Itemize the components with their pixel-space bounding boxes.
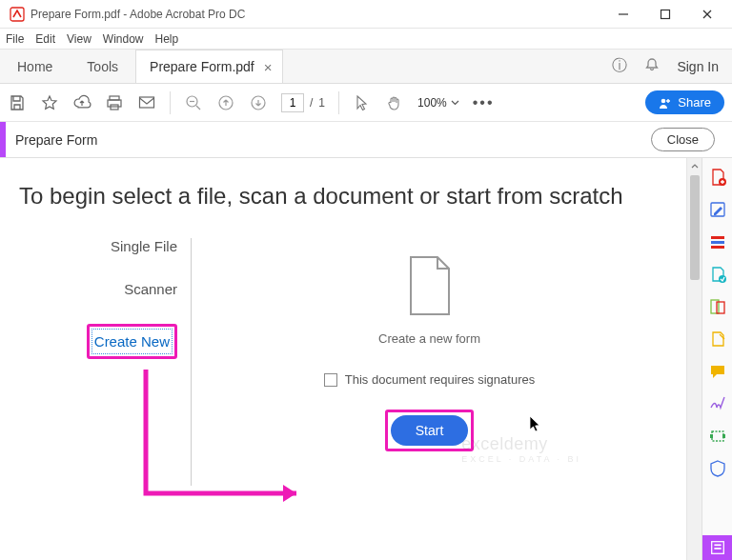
cloud-upload-icon[interactable] — [72, 93, 92, 112]
scroll-thumb[interactable] — [690, 175, 700, 280]
preview-caption: Create a new form — [378, 331, 480, 346]
more-tools-icon[interactable]: ••• — [473, 94, 495, 111]
option-scanner[interactable]: Scanner — [19, 281, 177, 297]
star-icon[interactable] — [40, 93, 59, 112]
context-bar: Prepare Form Close — [0, 122, 732, 158]
hand-tool-icon[interactable] — [385, 93, 404, 112]
svg-rect-17 — [711, 236, 724, 239]
menu-bar: File Edit View Window Help — [0, 29, 732, 50]
menu-file[interactable]: File — [6, 32, 24, 46]
signatures-row[interactable]: This document requires signatures — [324, 372, 535, 387]
protect-tool-icon[interactable] — [708, 330, 727, 349]
page-up-icon[interactable] — [216, 93, 235, 112]
page-current-input[interactable] — [281, 93, 304, 112]
svg-rect-23 — [712, 431, 723, 441]
window-title: Prepare Form.pdf - Adobe Acrobat Pro DC — [30, 8, 602, 21]
share-label: Share — [678, 95, 711, 110]
window-minimize-button[interactable] — [602, 0, 644, 29]
page-separator: / — [310, 96, 313, 110]
tab-tools[interactable]: Tools — [70, 50, 135, 83]
share-person-icon — [659, 96, 672, 110]
svg-rect-28 — [714, 548, 721, 550]
close-button[interactable]: Close — [651, 128, 715, 151]
svg-line-10 — [196, 106, 200, 110]
organize-tool-icon[interactable] — [708, 265, 727, 284]
help-icon[interactable]: ⓘ — [612, 56, 627, 76]
document-icon — [405, 255, 455, 316]
sign-in-link[interactable]: Sign In — [677, 59, 719, 74]
mouse-cursor-icon — [529, 415, 542, 432]
vertical-scrollbar[interactable] — [686, 158, 702, 560]
window-close-button[interactable] — [686, 0, 728, 29]
svg-rect-19 — [711, 246, 724, 249]
menu-view[interactable]: View — [67, 32, 92, 46]
svg-rect-18 — [711, 241, 724, 244]
option-single-file[interactable]: Single File — [19, 238, 177, 254]
option-create-new[interactable]: Create New — [92, 329, 173, 354]
toolbar: / 1 100% ••• Share — [0, 84, 732, 122]
edit-pdf-tool-icon[interactable] — [708, 200, 727, 219]
comment-tool-icon[interactable] — [708, 362, 727, 381]
scroll-up-icon[interactable] — [687, 158, 702, 173]
zoom-value: 100% — [417, 96, 447, 110]
notifications-icon[interactable] — [644, 57, 660, 75]
tab-home[interactable]: Home — [0, 50, 70, 83]
zoom-out-icon[interactable] — [184, 93, 203, 112]
combine-tool-icon[interactable] — [708, 297, 727, 316]
page-total: 1 — [318, 96, 325, 110]
chevron-down-icon — [451, 100, 459, 106]
mail-icon[interactable] — [137, 93, 156, 112]
title-bar: Prepare Form.pdf - Adobe Acrobat Pro DC — [0, 0, 732, 29]
share-button[interactable]: Share — [645, 90, 724, 114]
highlight-start: Start — [385, 410, 475, 451]
print-icon[interactable] — [105, 93, 124, 112]
svg-rect-25 — [722, 434, 725, 438]
menu-edit[interactable]: Edit — [35, 32, 55, 46]
tab-close-icon[interactable]: × — [264, 59, 273, 75]
acrobat-app-icon — [10, 7, 25, 22]
source-options: Single File Scanner Create New — [19, 238, 191, 486]
svg-rect-24 — [710, 434, 713, 438]
start-button[interactable]: Start — [391, 415, 469, 446]
save-icon[interactable] — [8, 93, 27, 112]
page-count: / 1 — [281, 93, 325, 112]
svg-rect-2 — [661, 10, 670, 18]
sign-tool-icon[interactable] — [708, 394, 727, 413]
tab-document[interactable]: Prepare Form.pdf × — [135, 50, 282, 83]
create-pdf-tool-icon[interactable] — [708, 168, 727, 187]
svg-point-14 — [661, 98, 666, 103]
separator — [170, 91, 171, 114]
separator — [338, 91, 339, 114]
signatures-checkbox[interactable] — [324, 373, 337, 387]
content-area: To begin select a file, scan a document … — [0, 158, 732, 560]
main-area: To begin select a file, scan a document … — [0, 158, 686, 560]
prepare-form-tool-selected[interactable] — [702, 535, 733, 560]
signatures-label: This document requires signatures — [345, 372, 535, 387]
page-down-icon[interactable] — [249, 93, 268, 112]
window-maximize-button[interactable] — [644, 0, 686, 29]
shield-tool-icon[interactable] — [708, 459, 727, 478]
tab-bar: Home Tools Prepare Form.pdf × ⓘ Sign In — [0, 50, 732, 84]
tab-document-label: Prepare Form.pdf — [150, 59, 254, 74]
compress-tool-icon[interactable] — [708, 427, 727, 446]
context-label: Prepare Form — [6, 132, 97, 148]
highlight-create-new: Create New — [87, 324, 177, 359]
zoom-level[interactable]: 100% — [417, 96, 459, 110]
export-pdf-tool-icon[interactable] — [708, 232, 727, 251]
menu-help[interactable]: Help — [155, 32, 179, 46]
preview-column: Create a new form This document requires… — [192, 238, 667, 486]
right-tool-panel — [702, 158, 732, 560]
svg-rect-27 — [714, 544, 721, 546]
select-tool-icon[interactable] — [353, 93, 372, 112]
svg-rect-22 — [717, 302, 724, 313]
headline: To begin select a file, scan a document … — [19, 183, 667, 210]
menu-window[interactable]: Window — [103, 32, 144, 46]
svg-rect-8 — [140, 97, 154, 108]
svg-rect-6 — [108, 100, 121, 107]
